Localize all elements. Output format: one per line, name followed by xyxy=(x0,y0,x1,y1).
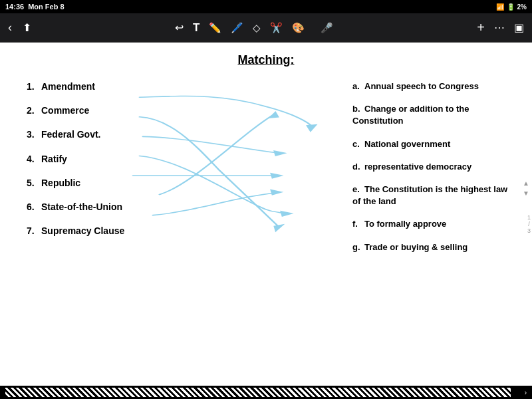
right-letter-f: f. xyxy=(352,218,364,230)
left-num-3: 3. xyxy=(27,128,41,140)
scroll-up-button[interactable]: ▲ xyxy=(523,180,529,187)
right-item-f: f.To formally approve xyxy=(352,218,512,230)
mic-button[interactable]: 🎤 xyxy=(321,22,333,34)
toolbar: ‹ ⬆ ↩ T ✏️ 🖊️ ◇ ✂️ 🎨 🎤 + ⋯ ▣ xyxy=(0,13,532,43)
left-item-6: 6.State-of-the-Union xyxy=(27,201,133,213)
right-item-c: c.National government xyxy=(352,138,512,150)
toolbar-left: ‹ ⬆ xyxy=(8,21,31,35)
toolbar-center: ↩ T ✏️ 🖊️ ◇ ✂️ 🎨 🎤 xyxy=(175,21,333,35)
svg-marker-5 xyxy=(270,112,278,118)
time: 14:36 xyxy=(5,3,24,11)
scissors-tool-button[interactable]: ✂️ xyxy=(270,22,283,34)
battery-pct: 2% xyxy=(517,3,527,11)
marker-tool-button[interactable]: 🖊️ xyxy=(231,22,243,34)
right-column: a.Annual speech to Congressb.Change or a… xyxy=(326,80,512,253)
left-num-6: 6. xyxy=(27,201,41,213)
right-item-d: d.representative democracy xyxy=(352,161,512,173)
undo-button[interactable]: ↩ xyxy=(175,21,184,34)
left-num-4: 4. xyxy=(27,153,41,165)
right-letter-a: a. xyxy=(352,80,364,92)
share-button[interactable]: ⬆ xyxy=(23,21,31,34)
svg-marker-4 xyxy=(271,174,281,178)
right-item-b: b.Change or addition to the Constitution xyxy=(352,103,512,127)
left-item-5: 5.Republic xyxy=(27,177,133,189)
worksheet-area: Matching: 1.Amendment2.Commerce3.Federal… xyxy=(0,43,532,386)
add-button[interactable]: + xyxy=(477,20,485,35)
page-total: 3 xyxy=(527,227,531,234)
status-right: 📶 🔋 2% xyxy=(496,3,527,11)
left-item-7: 7.Supremacy Clause xyxy=(27,225,133,237)
left-item-1: 1.Amendment xyxy=(27,80,133,92)
right-item-g: g.Trade or buying & selling xyxy=(352,241,512,253)
svg-marker-0 xyxy=(307,125,316,131)
left-item-2: 2.Commerce xyxy=(27,104,133,116)
day: Mon Feb 8 xyxy=(28,3,64,11)
pages-button[interactable]: ▣ xyxy=(514,21,524,34)
left-num-2: 2. xyxy=(27,104,41,116)
matching-container: 1.Amendment2.Commerce3.Federal Govt.4.Ra… xyxy=(0,74,532,253)
right-item-e: e.The Constitution is the highest law of… xyxy=(352,184,512,207)
more-button[interactable]: ⋯ xyxy=(494,21,505,34)
left-num-7: 7. xyxy=(27,225,41,237)
svg-marker-3 xyxy=(281,211,291,216)
right-letter-b: b. xyxy=(352,103,364,115)
back-button[interactable]: ‹ xyxy=(8,21,12,35)
color-tool-button[interactable]: 🎨 xyxy=(292,22,305,34)
svg-marker-6 xyxy=(271,190,281,195)
right-letter-g: g. xyxy=(352,241,364,253)
left-item-3: 3.Federal Govt. xyxy=(27,128,133,140)
page-current: 1 xyxy=(527,214,531,221)
page-sep: / xyxy=(527,221,531,227)
worksheet-title: Matching: xyxy=(0,53,532,67)
text-tool-button[interactable]: T xyxy=(193,21,200,35)
status-bar: 14:36 Mon Feb 8 📶 🔋 2% xyxy=(0,0,532,13)
battery-icon: 🔋 xyxy=(507,3,515,11)
toolbar-right: + ⋯ ▣ xyxy=(477,20,524,35)
left-num-1: 1. xyxy=(27,80,41,92)
left-item-4: 4.Ratify xyxy=(27,153,133,165)
svg-marker-1 xyxy=(275,225,283,231)
bottom-bar: › xyxy=(0,386,532,399)
right-letter-e: e. xyxy=(352,184,364,196)
wifi-icon: 📶 xyxy=(496,3,504,11)
right-item-a: a.Annual speech to Congress xyxy=(352,80,512,92)
right-letter-d: d. xyxy=(352,161,364,173)
left-column: 1.Amendment2.Commerce3.Federal Govt.4.Ra… xyxy=(27,80,133,253)
scroll-down-button[interactable]: ▼ xyxy=(523,190,529,197)
status-left: 14:36 Mon Feb 8 xyxy=(5,3,65,11)
shape-tool-button[interactable]: ◇ xyxy=(253,22,261,34)
bottom-pattern xyxy=(5,388,511,397)
svg-marker-2 xyxy=(275,151,285,156)
pen-tool-button[interactable]: ✏️ xyxy=(209,22,221,34)
bottom-arrow: › xyxy=(525,389,527,396)
right-letter-c: c. xyxy=(352,138,364,150)
left-num-5: 5. xyxy=(27,177,41,189)
